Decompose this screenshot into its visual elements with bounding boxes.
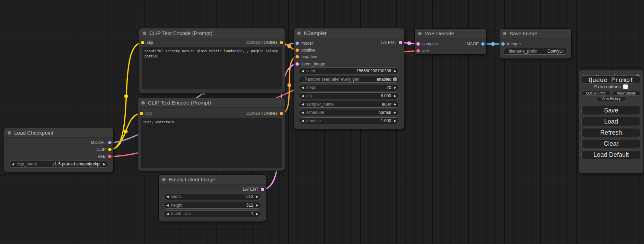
widget-value: 8.000 bbox=[381, 93, 391, 98]
clip-port-icon[interactable] bbox=[141, 41, 144, 44]
vae-port-icon[interactable] bbox=[416, 49, 420, 53]
node-clip-text-encode-negative[interactable]: CLIP Text Encode (Prompt) clip CONDITION… bbox=[138, 98, 285, 171]
decrement-arrow-icon[interactable]: ◀ bbox=[166, 204, 169, 207]
node-title-bar[interactable]: KSampler bbox=[294, 28, 404, 38]
decrement-arrow-icon[interactable]: ◀ bbox=[301, 119, 304, 123]
image-port-icon[interactable] bbox=[481, 42, 485, 46]
node-collapse-dot[interactable] bbox=[297, 31, 301, 35]
model-port-icon[interactable] bbox=[108, 141, 112, 144]
node-empty-latent-image[interactable]: Empty Latent Image LATENT ◀ width 512 ▶ … bbox=[159, 175, 266, 222]
link-midpoint-dot[interactable] bbox=[491, 42, 495, 46]
node-collapse-dot[interactable] bbox=[141, 101, 145, 105]
node-clip-text-encode-positive[interactable]: CLIP Text Encode (Prompt) clip CONDITION… bbox=[139, 28, 285, 93]
toggle-enabled-icon[interactable] bbox=[393, 77, 397, 81]
node-title-bar[interactable]: CLIP Text Encode (Prompt) bbox=[139, 28, 285, 38]
input-label: clip bbox=[147, 40, 153, 45]
node-graph-canvas[interactable]: Load Checkpoint MODEL CLIP VAE ◀ ckpt_na… bbox=[0, 0, 644, 244]
view-queue-button[interactable]: View Queue bbox=[612, 91, 641, 96]
extra-options-row: Extra options bbox=[581, 84, 641, 89]
link-midpoint-dot[interactable] bbox=[124, 94, 128, 98]
node-collapse-dot[interactable] bbox=[418, 32, 422, 35]
increment-arrow-icon[interactable]: ▶ bbox=[256, 213, 258, 216]
widget-value: 156680208700286 bbox=[356, 69, 391, 73]
latent-port-icon[interactable] bbox=[399, 41, 402, 44]
increment-arrow-icon[interactable]: ▶ bbox=[103, 163, 106, 166]
widget-scheduler[interactable]: ◀ scheduler normal ▶ bbox=[299, 109, 399, 116]
node-title-bar[interactable]: Load Checkpoint bbox=[4, 128, 113, 138]
increment-arrow-icon[interactable]: ▶ bbox=[394, 111, 396, 114]
conditioning-port-icon[interactable] bbox=[295, 48, 299, 52]
image-port-icon[interactable] bbox=[501, 42, 505, 46]
node-collapse-dot[interactable] bbox=[162, 178, 166, 181]
model-port-icon[interactable] bbox=[295, 42, 299, 45]
widget-sampler-name[interactable]: ◀ sampler_name euler ▶ bbox=[299, 101, 399, 108]
node-collapse-dot[interactable] bbox=[8, 131, 11, 135]
link-midpoint-dot[interactable] bbox=[124, 130, 128, 134]
output-label: MODEL bbox=[91, 140, 106, 145]
decrement-arrow-icon[interactable]: ◀ bbox=[12, 163, 14, 166]
queue-prompt-button[interactable]: Queue Prompt bbox=[582, 75, 641, 84]
widget-seed[interactable]: ◀ seed 156680208700286 ▶ bbox=[299, 67, 399, 74]
widget-random-seed-toggle[interactable]: Random seed after every gen enabled bbox=[299, 76, 399, 83]
decrement-arrow-icon[interactable]: ◀ bbox=[301, 103, 304, 106]
widget-ckpt-name[interactable]: ◀ ckpt_name v1-5-pruned-emaonly.ckpt ▶ bbox=[9, 161, 108, 168]
widget-filename-prefix[interactable]: filename_prefix ComfyUI bbox=[503, 48, 568, 55]
queue-panel[interactable]: Queue size: 0 Queue Prompt Extra options… bbox=[579, 70, 643, 173]
conditioning-port-icon[interactable] bbox=[280, 112, 283, 115]
link-midpoint-dot[interactable] bbox=[407, 42, 411, 45]
node-save-image[interactable]: Save Image images filename_prefix ComfyU… bbox=[500, 29, 571, 58]
widget-height[interactable]: ◀ height 512 ▶ bbox=[164, 202, 261, 209]
widget-cfg[interactable]: ◀ cfg 8.000 ▶ bbox=[299, 92, 399, 99]
vae-port-icon[interactable] bbox=[108, 155, 112, 158]
increment-arrow-icon[interactable]: ▶ bbox=[394, 94, 396, 98]
widget-batch-size[interactable]: ◀ batch_size 1 ▶ bbox=[164, 210, 261, 217]
view-history-button[interactable]: View History bbox=[596, 97, 626, 101]
conditioning-port-icon[interactable] bbox=[280, 41, 283, 44]
node-collapse-dot[interactable] bbox=[503, 32, 506, 35]
clear-button[interactable]: Clear bbox=[581, 139, 641, 148]
load-default-button[interactable]: Load Default bbox=[581, 150, 641, 159]
clip-port-icon[interactable] bbox=[140, 112, 143, 115]
node-title-bar[interactable]: Empty Latent Image bbox=[159, 175, 266, 184]
widget-value: ComfyUI bbox=[547, 49, 564, 54]
queue-front-button[interactable]: Queue Front bbox=[581, 91, 610, 96]
increment-arrow-icon[interactable]: ▶ bbox=[394, 86, 396, 89]
node-title: CLIP Text Encode (Prompt) bbox=[149, 30, 212, 36]
decrement-arrow-icon[interactable]: ◀ bbox=[301, 111, 304, 114]
node-vae-decode[interactable]: VAE Decode samples vae IMAGE bbox=[415, 29, 486, 54]
prompt-textarea[interactable]: beautiful scenery nature glass bottle la… bbox=[142, 47, 282, 89]
conditioning-port-icon[interactable] bbox=[295, 55, 299, 58]
increment-arrow-icon[interactable]: ▶ bbox=[256, 204, 258, 207]
extra-options-checkbox[interactable] bbox=[623, 84, 628, 89]
prompt-textarea[interactable]: text, watermark bbox=[141, 118, 282, 168]
refresh-button[interactable]: Refresh bbox=[581, 128, 641, 137]
decrement-arrow-icon[interactable]: ◀ bbox=[301, 70, 304, 73]
increment-arrow-icon[interactable]: ▶ bbox=[394, 103, 396, 106]
node-title-bar[interactable]: Save Image bbox=[500, 29, 571, 38]
latent-port-icon[interactable] bbox=[295, 62, 299, 66]
latent-port-icon[interactable] bbox=[261, 188, 264, 191]
clip-port-icon[interactable] bbox=[108, 148, 112, 151]
node-collapse-dot[interactable] bbox=[143, 31, 146, 35]
increment-arrow-icon[interactable]: ▶ bbox=[394, 119, 396, 123]
link-midpoint-dot[interactable] bbox=[288, 83, 291, 87]
save-button[interactable]: Save bbox=[581, 106, 641, 115]
increment-arrow-icon[interactable]: ▶ bbox=[256, 195, 258, 198]
link-midpoint-dot[interactable] bbox=[288, 45, 291, 48]
decrement-arrow-icon[interactable]: ◀ bbox=[301, 86, 304, 89]
node-ksampler[interactable]: KSampler model positive negative latent_… bbox=[294, 28, 404, 129]
decrement-arrow-icon[interactable]: ◀ bbox=[166, 195, 169, 198]
load-button[interactable]: Load bbox=[581, 117, 641, 126]
decrement-arrow-icon[interactable]: ◀ bbox=[166, 213, 169, 216]
widget-width[interactable]: ◀ width 512 ▶ bbox=[164, 193, 261, 200]
latent-port-icon[interactable] bbox=[416, 42, 420, 46]
node-title-bar[interactable]: CLIP Text Encode (Prompt) bbox=[138, 98, 285, 108]
node-title-bar[interactable]: VAE Decode bbox=[415, 29, 486, 38]
widget-steps[interactable]: ◀ steps 20 ▶ bbox=[299, 84, 399, 91]
node-load-checkpoint[interactable]: Load Checkpoint MODEL CLIP VAE ◀ ckpt_na… bbox=[4, 128, 113, 172]
increment-arrow-icon[interactable]: ▶ bbox=[394, 70, 396, 73]
input-label: positive bbox=[301, 48, 316, 53]
output-label: VAE bbox=[98, 154, 106, 159]
widget-denoise[interactable]: ◀ denoise 1.000 ▶ bbox=[299, 117, 399, 124]
decrement-arrow-icon[interactable]: ◀ bbox=[301, 94, 304, 98]
